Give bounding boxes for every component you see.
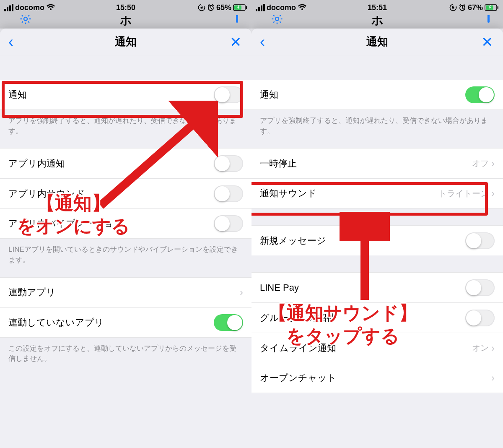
chevron-right-icon: › [491,158,495,169]
carrier-label: docomo [15,3,44,12]
sheet-title: 通知 [366,34,388,49]
signal-icon [4,4,13,11]
alarm-icon [459,4,466,11]
arrow-right [340,212,390,304]
sheet-header: ‹ 通知 ✕ [0,29,252,55]
status-time: 15:50 [116,3,135,12]
inapp-sound-toggle[interactable] [214,185,243,202]
underlying-title: ホ [371,15,384,29]
underlying-app-peek: ホ [252,15,503,29]
new-message-toggle[interactable] [465,232,495,249]
svg-rect-1 [200,7,202,9]
gear-icon [19,15,32,28]
chevron-right-icon: › [240,287,243,298]
caption-force-quit: アプリを強制終了すると、通知が遅れたり、受信できない場合があります。 [252,110,503,148]
chevron-right-icon: › [491,342,495,354]
cell-pause[interactable]: 一時停止 オフ › [252,148,503,178]
annotation-right: 【通知サウンド】 をタップする [268,301,417,347]
rotation-lock-icon [198,4,205,11]
group-invite-toggle[interactable] [465,310,495,326]
alarm-icon [207,4,215,11]
caption-unlinked: この設定をオフにすると、連動していないアプリからのメッセージを受信しません。 [0,338,252,376]
sheet-title: 通知 [115,34,137,49]
rotation-lock-icon [449,4,457,11]
linepay-toggle[interactable] [465,279,495,296]
gear-icon [271,15,283,28]
battery-percent: 67% [468,3,483,12]
annotation-left: 【通知】 をオンにする [17,191,130,237]
left-screenshot: docomo 15:50 65% ホ ‹ 通知 ✕ 通知 アプリを強制終了すると… [0,0,252,448]
svg-rect-9 [452,7,454,9]
svg-point-14 [275,17,279,21]
settings-sheet: ‹ 通知 ✕ 通知 アプリを強制終了すると、通知が遅れたり、受信できない場合があ… [0,29,252,448]
status-bar: docomo 15:51 67% [252,0,503,15]
battery-icon [233,4,247,11]
svg-rect-12 [498,6,499,9]
notification-toggle[interactable] [465,86,495,103]
cell-label: 通知サウンド [260,187,438,200]
battery-icon [485,4,499,11]
cell-notification[interactable]: 通知 [252,80,503,110]
cell-notification-sound[interactable]: 通知サウンド トライトーン › [252,178,503,208]
caption-inapp: LINEアプリを開いているときのサウンドやバイブレーションを設定できます。 [0,239,252,277]
chevron-right-icon: › [491,372,495,384]
underlying-right-indicator [236,15,238,23]
carrier-label: docomo [267,3,296,12]
inapp-notify-toggle[interactable] [214,155,243,172]
notification-toggle[interactable] [214,86,243,103]
cell-value: オン [472,342,489,354]
sheet-header: ‹ 通知 ✕ [252,29,503,55]
cell-linked-apps[interactable]: 連動アプリ › [0,277,252,307]
underlying-app-peek: ホ [0,15,252,29]
signal-icon [256,4,265,11]
unlinked-apps-toggle[interactable] [214,314,243,331]
close-button[interactable]: ✕ [481,34,493,50]
status-time: 15:51 [368,3,387,12]
cell-value: オフ [472,158,489,169]
cell-value: トライトーン [438,188,489,199]
cell-label: 連動アプリ [8,286,240,299]
battery-percent: 65% [216,3,231,12]
cell-label: 連動していないアプリ [8,316,214,329]
status-bar: docomo 15:50 65% [0,0,252,15]
wifi-icon [298,4,307,11]
underlying-right-indicator [487,15,490,23]
cell-label: 一時停止 [260,157,472,170]
underlying-title: ホ [120,15,132,29]
right-screenshot: docomo 15:51 67% ホ ‹ 通知 ✕ 通知 アプリを強制終了すると… [252,0,503,448]
close-button[interactable]: ✕ [230,34,241,50]
cell-label: 通知 [8,89,214,101]
chevron-right-icon: › [491,188,495,199]
inapp-vibe-toggle[interactable] [214,215,243,232]
cell-unlinked-apps[interactable]: 連動していないアプリ [0,307,252,338]
svg-rect-4 [246,6,247,9]
svg-point-6 [24,17,27,21]
cell-open-chat[interactable]: オープンチャット › [252,363,503,393]
cell-label: オープンチャット [260,372,491,384]
back-button[interactable]: ‹ [260,34,265,49]
wifi-icon [46,4,55,11]
cell-label: 通知 [260,89,465,101]
back-button[interactable]: ‹ [8,34,13,49]
